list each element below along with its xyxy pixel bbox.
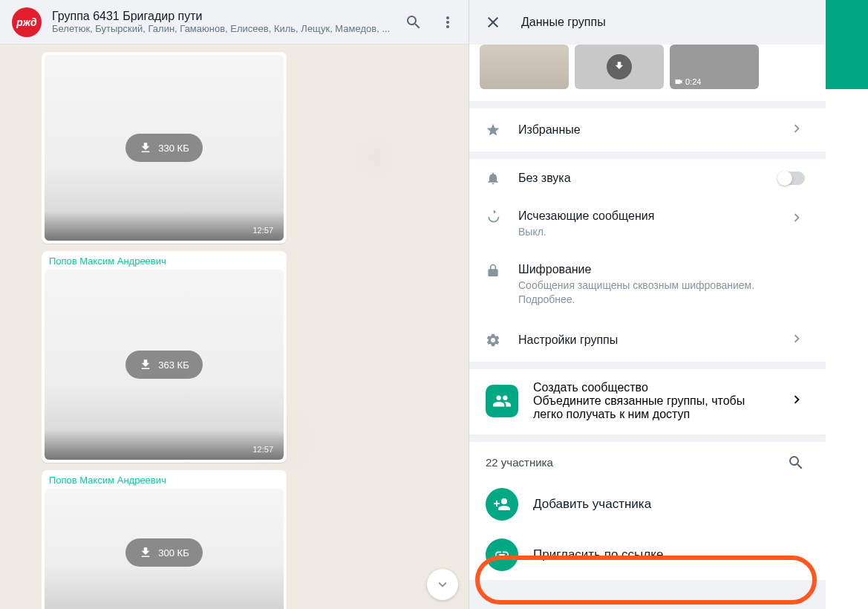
encryption-row[interactable]: Шифрование Сообщения защищены сквозным ш… [469,251,826,319]
download-button[interactable]: 363 КБ [125,351,202,379]
file-size: 330 КБ [158,143,189,154]
group-settings-row[interactable]: Настройки группы [469,319,826,362]
link-icon [486,538,518,571]
group-settings-label: Настройки группы [518,333,771,347]
invite-link-row[interactable]: Пригласить по ссылке [469,530,826,580]
community-sub: Объедините связанные группы, чтобы легко… [533,394,774,421]
lock-icon [486,263,500,278]
menu-dots-icon[interactable] [439,13,457,31]
message-time: 12:57 [252,445,273,454]
file-size: 363 КБ [158,359,189,371]
scroll-down-button[interactable] [427,569,458,600]
message-bubble[interactable]: Попов Максим Андреевич 363 КБ 12:57 [42,251,287,463]
community-icon [486,385,518,417]
message-sender: Попов Максим Андреевич [42,251,287,267]
disappearing-label: Исчезающие сообщения [518,209,771,223]
group-info-panel: Данные группы 0:24 [469,0,826,609]
message-bubble[interactable]: 330 КБ 12:57 [42,52,287,244]
chat-panel: ржд Группа 6431 Бригадир пути Белетюк, Б… [0,0,469,609]
disappearing-row[interactable]: Исчезающие сообщения Выкл. [469,198,826,251]
media-thumb-video[interactable]: 0:24 [670,45,759,89]
message-media[interactable]: 363 КБ 12:57 [45,270,284,460]
message-time: 12:57 [252,226,273,235]
community-title: Создать сообщество [533,381,774,394]
chevron-right-icon [789,330,805,350]
video-duration-badge: 0:24 [674,77,701,86]
mute-toggle[interactable] [778,172,805,185]
info-header: Данные группы [469,0,826,45]
chat-header: ржд Группа 6431 Бригадир пути Белетюк, Б… [0,0,469,45]
close-icon[interactable] [484,13,502,31]
timer-icon [486,209,500,224]
bell-icon [486,171,500,186]
group-avatar[interactable]: ржд [12,7,42,37]
favorites-label: Избранные [518,123,771,137]
invite-link-label: Пригласить по ссылке [533,547,663,562]
encryption-sub: Сообщения защищены сквозным шифрованием.… [518,279,805,307]
download-icon [607,54,632,79]
mute-row[interactable]: Без звука [469,159,826,198]
gear-icon [486,333,500,348]
mute-label: Без звука [518,172,760,185]
chat-subtitle: Белетюк, Бутырский, Галин, Гамаюнов, Ели… [52,23,394,34]
media-thumb-image[interactable] [575,45,664,89]
media-thumb-document[interactable] [480,45,569,89]
message-bubble[interactable]: Попов Максим Андреевич 300 КБ [42,470,287,609]
file-size: 300 КБ [158,547,189,558]
participants-header: 22 участника [469,442,826,479]
add-person-icon [486,488,518,521]
media-thumbnails: 0:24 [469,45,826,101]
search-participants-icon[interactable] [787,454,805,472]
message-media[interactable]: 330 КБ 12:57 [45,55,284,241]
add-participant-label: Добавить участника [533,497,651,512]
disappearing-sub: Выкл. [518,225,771,239]
add-participant-row[interactable]: Добавить участника [469,479,826,530]
message-media[interactable]: 300 КБ [45,489,284,609]
chevron-right-icon [789,391,805,411]
favorites-row[interactable]: Избранные [469,108,826,152]
chat-title-area[interactable]: Группа 6431 Бригадир пути Белетюк, Бутыр… [52,10,394,34]
download-button[interactable]: 300 КБ [125,538,202,567]
chevron-right-icon [789,209,805,229]
search-icon[interactable] [405,13,422,31]
create-community-row[interactable]: Создать сообщество Объедините связанные … [469,369,826,434]
right-side-strip [826,0,868,609]
chat-title: Группа 6431 Бригадир пути [52,10,394,23]
avatar-text: ржд [16,16,36,28]
encryption-label: Шифрование [518,263,805,276]
message-sender: Попов Максим Андреевич [42,470,287,486]
chat-body: 330 КБ 12:57 Попов Максим Андреевич 363 … [0,45,469,609]
participants-count: 22 участника [486,456,553,469]
star-icon [486,123,500,137]
info-title: Данные группы [521,16,606,29]
chevron-right-icon [789,120,805,140]
download-button[interactable]: 330 КБ [125,134,202,162]
